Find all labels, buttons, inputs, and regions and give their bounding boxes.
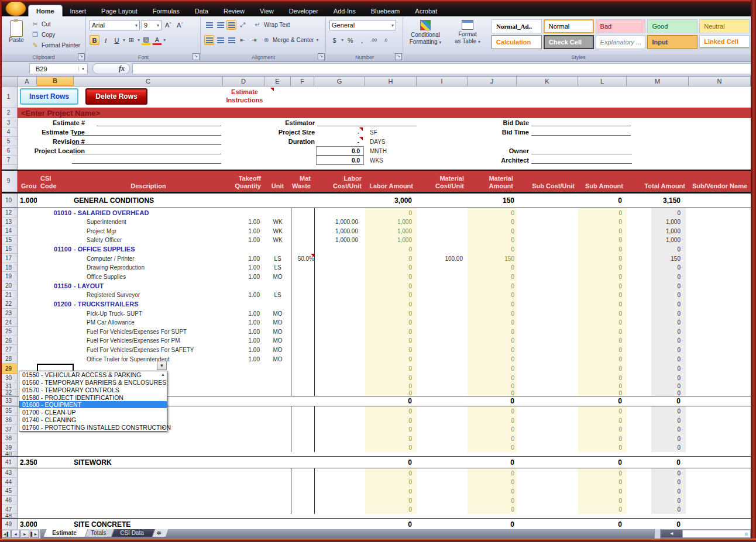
cell-G45[interactable]	[314, 486, 365, 496]
column-header-K[interactable]: K	[517, 76, 578, 87]
ribbon-tab-add-ins[interactable]: Add-Ins	[326, 5, 363, 16]
cell-N24[interactable]	[689, 318, 751, 327]
cell-A10[interactable]: 1.000	[18, 194, 37, 208]
cell-K47[interactable]	[517, 505, 578, 514]
cell-F30[interactable]	[291, 374, 314, 382]
row-header-48[interactable]: 48	[0, 514, 18, 518]
cell-A41[interactable]: 2.350	[18, 457, 37, 468]
cell-E49[interactable]	[264, 519, 291, 529]
project-location-field-2[interactable]	[72, 156, 221, 164]
cell-E39[interactable]	[264, 443, 291, 452]
cell-E43[interactable]	[264, 468, 291, 478]
delete-rows-button[interactable]: Delete Rows	[85, 88, 147, 105]
cell-B26[interactable]	[37, 336, 74, 345]
cell-E28[interactable]: MO	[264, 354, 291, 364]
cell-H15[interactable]: 1,000	[365, 236, 417, 244]
cell-L28[interactable]: 0	[578, 354, 627, 364]
estimator-field[interactable]	[317, 118, 417, 126]
cell-L25[interactable]: 0	[578, 327, 627, 336]
cell-A14[interactable]	[18, 226, 37, 236]
borders-dropdown[interactable]: ▾	[138, 37, 140, 43]
cell-M40[interactable]	[627, 452, 689, 456]
cell-style-checkcell[interactable]: Check Cell	[544, 35, 594, 49]
cell-J45[interactable]: 0	[468, 486, 517, 496]
cell-F20[interactable]	[291, 281, 314, 291]
cell-L48[interactable]	[578, 514, 627, 518]
cell-K22[interactable]	[517, 299, 578, 309]
cell-I25[interactable]	[417, 327, 468, 336]
cell-style-normalad[interactable]: Normal_Ad..	[492, 19, 542, 33]
row-header-49[interactable]: 49	[0, 519, 18, 529]
cell-K45[interactable]	[517, 486, 578, 496]
cell-D22[interactable]	[223, 299, 264, 309]
cell-A26[interactable]	[18, 336, 37, 345]
cell-B14[interactable]	[37, 226, 74, 236]
cell-E40[interactable]	[264, 452, 291, 456]
cell-L20[interactable]: 0	[578, 281, 627, 291]
underline-button[interactable]: U	[112, 35, 122, 45]
cell-L35[interactable]: 0	[578, 406, 627, 416]
cell-style-calculation[interactable]: Calculation	[492, 35, 542, 49]
cell-H48[interactable]	[365, 514, 417, 518]
cell-H23[interactable]: 0	[365, 309, 417, 318]
cell-G31[interactable]	[314, 382, 365, 390]
cell-C38[interactable]	[74, 434, 223, 443]
cell-L18[interactable]: 0	[578, 263, 627, 272]
cell-G23[interactable]	[314, 309, 365, 318]
cell-M21[interactable]: 0	[627, 291, 689, 299]
cell-J18[interactable]: 0	[468, 263, 517, 272]
cell-L31[interactable]: 0	[578, 382, 627, 390]
cell-G38[interactable]	[314, 434, 365, 443]
cell-K49[interactable]	[517, 519, 578, 529]
cell-B25[interactable]	[37, 327, 74, 336]
cell-I17[interactable]: 100.00	[417, 254, 468, 263]
cell-N19[interactable]	[689, 272, 751, 281]
percent-style-button[interactable]: %	[345, 35, 355, 45]
cell-L22[interactable]: 0	[578, 299, 627, 309]
cell-M44[interactable]: 0	[627, 478, 689, 486]
cell-M25[interactable]: 0	[627, 327, 689, 336]
cell-H21[interactable]: 0	[365, 291, 417, 299]
cell-D29[interactable]	[223, 364, 264, 374]
cell-J31[interactable]: 0	[468, 382, 517, 390]
cell-D27[interactable]: 1.00	[223, 345, 264, 354]
cell-H26[interactable]: 0	[365, 336, 417, 345]
cell-D47[interactable]	[223, 505, 264, 514]
cell-F46[interactable]	[291, 496, 314, 505]
cell-E16[interactable]	[264, 244, 291, 254]
cell-J13[interactable]: 0	[468, 218, 517, 226]
cell-J12[interactable]: 0	[468, 208, 517, 218]
cell-F16[interactable]	[291, 244, 314, 254]
cell-A44[interactable]	[18, 478, 37, 486]
cell-A23[interactable]	[18, 309, 37, 318]
align-right-button[interactable]	[226, 35, 236, 45]
cell-M23[interactable]: 0	[627, 309, 689, 318]
cell-N29[interactable]	[689, 364, 751, 374]
cell-M35[interactable]: 0	[627, 406, 689, 416]
cell-M36[interactable]: 0	[627, 416, 689, 425]
cell-E44[interactable]	[264, 478, 291, 486]
cell-A27[interactable]	[18, 345, 37, 354]
cell-G37[interactable]	[314, 425, 365, 434]
cell-H37[interactable]: 0	[365, 425, 417, 434]
cell-B49[interactable]	[37, 519, 74, 529]
cell-G27[interactable]	[314, 345, 365, 354]
cell-M10[interactable]: 3,150	[627, 194, 689, 208]
cell-K37[interactable]	[517, 425, 578, 434]
cell-F24[interactable]	[291, 318, 314, 327]
column-header-D[interactable]: D	[223, 76, 264, 87]
cell-H20[interactable]: 0	[365, 281, 417, 291]
cell-L43[interactable]: 0	[578, 468, 627, 478]
cell-F35[interactable]	[291, 406, 314, 416]
cell-D25[interactable]: 1.00	[223, 327, 264, 336]
cell-B10[interactable]	[37, 194, 74, 208]
row-header-18[interactable]: 18	[0, 263, 18, 272]
cell-E47[interactable]	[264, 505, 291, 514]
cell-style-linkedcell[interactable]: Linked Cell	[699, 35, 750, 49]
cell-I26[interactable]	[417, 336, 468, 345]
cell-F19[interactable]	[291, 272, 314, 281]
font-dialog-launcher[interactable]: ↘	[193, 53, 200, 60]
cell-N16[interactable]	[689, 244, 751, 254]
cell-L41[interactable]: 0	[578, 457, 627, 468]
cell-F26[interactable]	[291, 336, 314, 345]
